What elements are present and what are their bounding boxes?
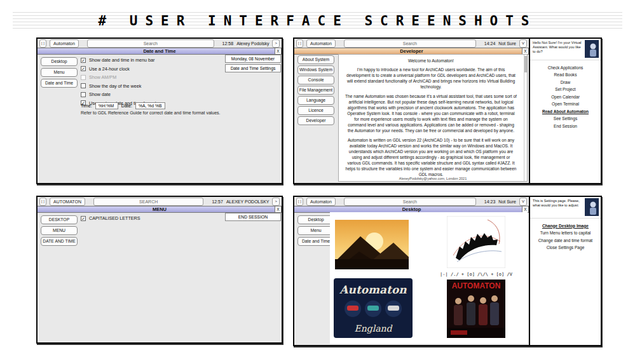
settings-sidebar: Desktop Menu Date and Time [41, 57, 78, 88]
user-name[interactable]: Alexey Podolsky [236, 41, 269, 46]
checkbox[interactable]: ✓ [81, 216, 86, 221]
titlebar: [ ] Automaton Search 12:58 Alexey Podols… [38, 39, 282, 48]
search-input[interactable]: Search [344, 198, 476, 206]
option-show-datetime-in-menubar[interactable]: ✓ Show date and time in menu bar [81, 57, 156, 63]
sidebar-item-menu[interactable]: Menu [297, 226, 334, 235]
user-name[interactable]: ALEXEY PODOLSKY [226, 199, 270, 204]
document-heading: Welcome to Automaton! [345, 58, 517, 63]
checkbox [81, 75, 86, 80]
window-menu-icon[interactable]: [ ] [39, 39, 46, 48]
window-menu-icon[interactable]: [ ] [296, 39, 303, 48]
clock-text: 12:57 [212, 199, 223, 204]
scrollbar[interactable] [524, 55, 527, 181]
window-developer: [ ] Automaton Search 14:24 Not Sure V De… [293, 37, 602, 184]
close-icon[interactable]: X [275, 206, 282, 213]
pyramids-image[interactable] [335, 220, 409, 269]
current-date-button[interactable]: Monday, 08 November [225, 55, 281, 63]
assistant-option-end-session[interactable]: End Session [531, 124, 599, 129]
assistant-option-see-settings[interactable]: See Settings [531, 116, 599, 121]
titlebar: [ ] AUTOMATON SEARCH 12:57 ALEXEY PODOLS… [38, 197, 282, 206]
app-name[interactable]: Automaton [306, 198, 336, 206]
user-name[interactable]: Not Sure [498, 199, 516, 204]
date-format-label: Date: [121, 103, 132, 109]
time-format-label: Time: [81, 103, 92, 109]
chevron-right-icon[interactable]: > [272, 198, 280, 206]
assistant-panel: Hello Not Sure! I'm your Virtual Assista… [529, 39, 601, 183]
sidebar-item-date-and-time[interactable]: Date and Time [297, 237, 334, 246]
search-input[interactable]: Search [344, 39, 476, 48]
search-input[interactable]: Search [87, 39, 214, 48]
sidebar-item-date-and-time[interactable]: DATE AND TIME [41, 237, 78, 246]
sidebar-item-console[interactable]: Console [297, 76, 334, 84]
ascii-caption: |-| /./ + [o] /\/\ + [o] /V [435, 272, 517, 277]
system-sidebar: About System Windows System Console File… [297, 55, 334, 125]
window-menu-icon[interactable]: [ ] [39, 198, 46, 206]
header-actions: Monday, 08 November Date and Time Settin… [225, 55, 281, 72]
chevron-right-icon[interactable]: > [272, 39, 280, 48]
assistant-option-set-project[interactable]: Set Project [531, 87, 599, 92]
option-label: Show the day of the week [89, 83, 141, 89]
automaton-england-logo-image[interactable]: Automaton England [334, 278, 413, 338]
app-name[interactable]: Automaton [306, 39, 336, 48]
sidebar-item-licence[interactable]: Licence [297, 106, 334, 115]
sidebar-item-file-management[interactable]: File Management [297, 86, 334, 95]
app-name[interactable]: Automaton [50, 39, 79, 48]
assistant-options: Change Desktop Image Turn Menu letters t… [530, 219, 601, 250]
end-session-button[interactable]: END SESSION [225, 213, 281, 221]
assistant-option-read-about-automaton[interactable]: Read About Automaton [531, 109, 599, 114]
checkbox[interactable]: ✓ [81, 58, 86, 63]
svg-text:Automaton: Automaton [339, 283, 407, 296]
assistant-option-draw[interactable]: Draw [531, 80, 599, 85]
author-footer: AlexeyPodolsky@yahoo.com, London 2021 [339, 177, 527, 180]
header-actions: END SESSION [225, 213, 281, 221]
settings-sidebar: Desktop Menu Date and Time [297, 215, 334, 246]
datetime-options: ✓ Show date and time in menu bar ✓ Use a… [81, 57, 156, 109]
checkbox[interactable] [81, 83, 86, 88]
checkbox[interactable] [81, 92, 86, 97]
assistant-option-change-desktop-image[interactable]: Change Desktop Image [531, 224, 599, 229]
datetime-settings-button[interactable]: Date and Time Settings [225, 64, 281, 72]
page-title: # USER INTERFACE SCREENSHOTS [0, 13, 635, 29]
user-name[interactable]: Not Sure [498, 41, 516, 46]
assistant-header: This is Settings page. Please, what woul… [530, 197, 601, 219]
window-menu-icon[interactable]: [ ] [296, 198, 303, 206]
assistant-avatar [585, 39, 601, 60]
sidebar-item-desktop[interactable]: Desktop [297, 215, 334, 224]
option-capitalised-letters[interactable]: ✓ CAPITALISED LETTERS [81, 215, 140, 221]
assistant-option-change-datetime-format[interactable]: Change date and time format [531, 238, 599, 243]
sidebar-item-date-and-time[interactable]: Date and Time [41, 79, 78, 88]
sidebar-item-desktop[interactable]: Desktop [41, 57, 78, 66]
time-format-input[interactable]: %H:%M [95, 102, 118, 109]
sidebar-item-windows-system[interactable]: Windows System [297, 65, 334, 74]
sidebar-item-menu[interactable]: Menu [41, 68, 78, 77]
sidebar-item-menu[interactable]: MENU [41, 226, 78, 235]
assistant-option-read-books[interactable]: Read Books [531, 72, 599, 78]
date-format-input[interactable]: %A, %d %B [135, 102, 165, 109]
assistant-option-turn-menu-capital[interactable]: Turn Menu letters to capital [531, 231, 599, 236]
chevron-down-icon[interactable]: V [519, 198, 527, 206]
sidebar-item-desktop[interactable]: DESKTOP [41, 215, 78, 224]
option-show-day-of-week[interactable]: Show the day of the week [81, 83, 156, 89]
robot-sketch-image[interactable] [447, 216, 505, 268]
menu-options: ✓ CAPITALISED LETTERS [81, 215, 140, 224]
assistant-option-open-terminal[interactable]: Open Terminal [531, 102, 599, 107]
app-name[interactable]: AUTOMATON [50, 198, 85, 206]
scrollbar-thumb[interactable] [524, 56, 527, 72]
sidebar-item-about-system[interactable]: About System [297, 55, 334, 64]
checkbox[interactable]: ✓ [81, 66, 86, 71]
close-icon[interactable]: X [275, 48, 282, 55]
option-label: Use a 24-hour clock [89, 66, 130, 72]
automaton-poster-image[interactable]: AUTOMATON [447, 280, 505, 338]
search-input[interactable]: SEARCH [93, 198, 203, 206]
assistant-option-open-calendar[interactable]: Open Calendar [531, 95, 599, 100]
chevron-down-icon[interactable]: V [519, 39, 527, 48]
option-show-date[interactable]: Show date [81, 91, 156, 97]
assistant-greeting: This is Settings page. Please, what woul… [530, 197, 585, 218]
sidebar-item-developer[interactable]: Developer [297, 116, 334, 125]
assistant-option-check-applications[interactable]: Check Applications [531, 65, 599, 71]
format-note: Refer to GDL Reference Guide for correct… [81, 111, 221, 115]
option-24-hour-clock[interactable]: ✓ Use a 24-hour clock [81, 66, 156, 72]
assistant-option-close-settings[interactable]: Close Settings Page [531, 245, 599, 250]
option-label: CAPITALISED LETTERS [89, 215, 140, 221]
sidebar-item-language[interactable]: Language [297, 96, 334, 105]
